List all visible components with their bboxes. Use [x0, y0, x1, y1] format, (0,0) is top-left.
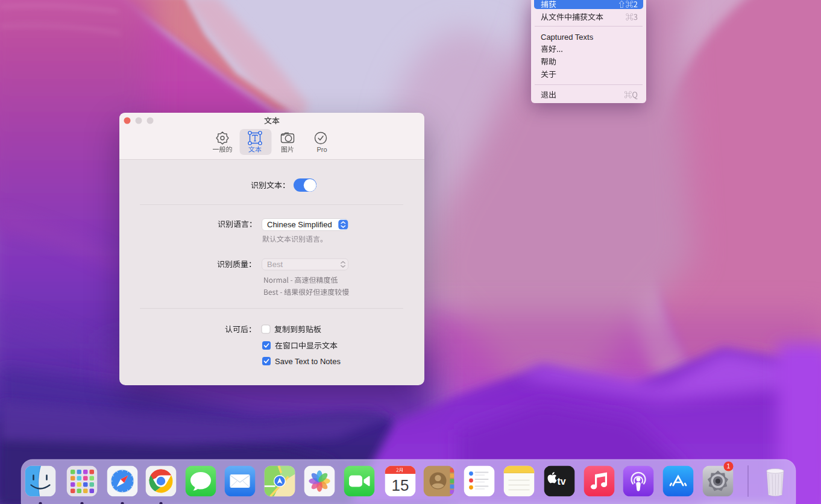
- svg-text:tv: tv: [558, 476, 566, 487]
- svg-text:1: 1: [727, 462, 731, 470]
- svg-text:15: 15: [392, 476, 409, 494]
